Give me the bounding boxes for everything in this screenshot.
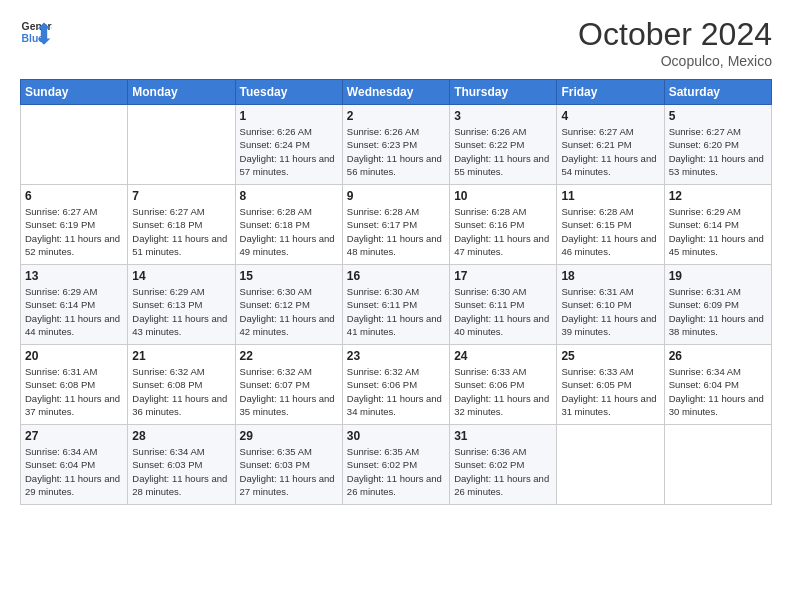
day-number: 17	[454, 269, 552, 283]
weekday-header-row: Sunday Monday Tuesday Wednesday Thursday…	[21, 80, 772, 105]
day-info: Sunrise: 6:27 AM Sunset: 6:19 PM Dayligh…	[25, 205, 123, 258]
header: General Blue October 2024 Ocopulco, Mexi…	[20, 16, 772, 69]
day-number: 21	[132, 349, 230, 363]
day-number: 26	[669, 349, 767, 363]
table-row: 25Sunrise: 6:33 AM Sunset: 6:05 PM Dayli…	[557, 345, 664, 425]
day-number: 6	[25, 189, 123, 203]
day-info: Sunrise: 6:26 AM Sunset: 6:22 PM Dayligh…	[454, 125, 552, 178]
table-row: 2Sunrise: 6:26 AM Sunset: 6:23 PM Daylig…	[342, 105, 449, 185]
page: General Blue October 2024 Ocopulco, Mexi…	[0, 0, 792, 612]
table-row: 27Sunrise: 6:34 AM Sunset: 6:04 PM Dayli…	[21, 425, 128, 505]
table-row: 23Sunrise: 6:32 AM Sunset: 6:06 PM Dayli…	[342, 345, 449, 425]
header-wednesday: Wednesday	[342, 80, 449, 105]
day-number: 18	[561, 269, 659, 283]
table-row: 24Sunrise: 6:33 AM Sunset: 6:06 PM Dayli…	[450, 345, 557, 425]
header-tuesday: Tuesday	[235, 80, 342, 105]
day-number: 8	[240, 189, 338, 203]
day-number: 25	[561, 349, 659, 363]
day-number: 30	[347, 429, 445, 443]
day-info: Sunrise: 6:35 AM Sunset: 6:02 PM Dayligh…	[347, 445, 445, 498]
calendar-week-row: 13Sunrise: 6:29 AM Sunset: 6:14 PM Dayli…	[21, 265, 772, 345]
day-number: 22	[240, 349, 338, 363]
day-info: Sunrise: 6:28 AM Sunset: 6:17 PM Dayligh…	[347, 205, 445, 258]
table-row: 22Sunrise: 6:32 AM Sunset: 6:07 PM Dayli…	[235, 345, 342, 425]
day-number: 2	[347, 109, 445, 123]
day-number: 28	[132, 429, 230, 443]
table-row	[21, 105, 128, 185]
day-number: 14	[132, 269, 230, 283]
day-info: Sunrise: 6:34 AM Sunset: 6:04 PM Dayligh…	[25, 445, 123, 498]
day-info: Sunrise: 6:29 AM Sunset: 6:14 PM Dayligh…	[25, 285, 123, 338]
table-row: 20Sunrise: 6:31 AM Sunset: 6:08 PM Dayli…	[21, 345, 128, 425]
day-number: 7	[132, 189, 230, 203]
table-row: 17Sunrise: 6:30 AM Sunset: 6:11 PM Dayli…	[450, 265, 557, 345]
day-number: 13	[25, 269, 123, 283]
table-row	[128, 105, 235, 185]
calendar-table: Sunday Monday Tuesday Wednesday Thursday…	[20, 79, 772, 505]
table-row: 4Sunrise: 6:27 AM Sunset: 6:21 PM Daylig…	[557, 105, 664, 185]
table-row: 11Sunrise: 6:28 AM Sunset: 6:15 PM Dayli…	[557, 185, 664, 265]
day-number: 4	[561, 109, 659, 123]
calendar-week-row: 27Sunrise: 6:34 AM Sunset: 6:04 PM Dayli…	[21, 425, 772, 505]
day-number: 16	[347, 269, 445, 283]
table-row: 7Sunrise: 6:27 AM Sunset: 6:18 PM Daylig…	[128, 185, 235, 265]
table-row: 13Sunrise: 6:29 AM Sunset: 6:14 PM Dayli…	[21, 265, 128, 345]
month-title: October 2024	[578, 16, 772, 53]
table-row: 31Sunrise: 6:36 AM Sunset: 6:02 PM Dayli…	[450, 425, 557, 505]
day-number: 10	[454, 189, 552, 203]
day-number: 19	[669, 269, 767, 283]
day-number: 3	[454, 109, 552, 123]
day-info: Sunrise: 6:30 AM Sunset: 6:12 PM Dayligh…	[240, 285, 338, 338]
day-info: Sunrise: 6:30 AM Sunset: 6:11 PM Dayligh…	[454, 285, 552, 338]
table-row: 15Sunrise: 6:30 AM Sunset: 6:12 PM Dayli…	[235, 265, 342, 345]
table-row: 9Sunrise: 6:28 AM Sunset: 6:17 PM Daylig…	[342, 185, 449, 265]
day-number: 12	[669, 189, 767, 203]
day-number: 15	[240, 269, 338, 283]
day-info: Sunrise: 6:27 AM Sunset: 6:20 PM Dayligh…	[669, 125, 767, 178]
calendar-week-row: 20Sunrise: 6:31 AM Sunset: 6:08 PM Dayli…	[21, 345, 772, 425]
day-number: 5	[669, 109, 767, 123]
table-row: 16Sunrise: 6:30 AM Sunset: 6:11 PM Dayli…	[342, 265, 449, 345]
location-subtitle: Ocopulco, Mexico	[578, 53, 772, 69]
day-info: Sunrise: 6:31 AM Sunset: 6:10 PM Dayligh…	[561, 285, 659, 338]
table-row	[557, 425, 664, 505]
day-info: Sunrise: 6:31 AM Sunset: 6:08 PM Dayligh…	[25, 365, 123, 418]
header-monday: Monday	[128, 80, 235, 105]
table-row	[664, 425, 771, 505]
logo: General Blue	[20, 16, 52, 48]
header-thursday: Thursday	[450, 80, 557, 105]
day-info: Sunrise: 6:30 AM Sunset: 6:11 PM Dayligh…	[347, 285, 445, 338]
day-info: Sunrise: 6:29 AM Sunset: 6:13 PM Dayligh…	[132, 285, 230, 338]
table-row: 18Sunrise: 6:31 AM Sunset: 6:10 PM Dayli…	[557, 265, 664, 345]
day-number: 11	[561, 189, 659, 203]
calendar-week-row: 1Sunrise: 6:26 AM Sunset: 6:24 PM Daylig…	[21, 105, 772, 185]
table-row: 19Sunrise: 6:31 AM Sunset: 6:09 PM Dayli…	[664, 265, 771, 345]
table-row: 30Sunrise: 6:35 AM Sunset: 6:02 PM Dayli…	[342, 425, 449, 505]
day-info: Sunrise: 6:33 AM Sunset: 6:06 PM Dayligh…	[454, 365, 552, 418]
calendar-week-row: 6Sunrise: 6:27 AM Sunset: 6:19 PM Daylig…	[21, 185, 772, 265]
day-info: Sunrise: 6:34 AM Sunset: 6:03 PM Dayligh…	[132, 445, 230, 498]
header-sunday: Sunday	[21, 80, 128, 105]
logo-icon: General Blue	[20, 16, 52, 48]
table-row: 14Sunrise: 6:29 AM Sunset: 6:13 PM Dayli…	[128, 265, 235, 345]
table-row: 3Sunrise: 6:26 AM Sunset: 6:22 PM Daylig…	[450, 105, 557, 185]
table-row: 1Sunrise: 6:26 AM Sunset: 6:24 PM Daylig…	[235, 105, 342, 185]
day-info: Sunrise: 6:34 AM Sunset: 6:04 PM Dayligh…	[669, 365, 767, 418]
day-info: Sunrise: 6:26 AM Sunset: 6:23 PM Dayligh…	[347, 125, 445, 178]
table-row: 29Sunrise: 6:35 AM Sunset: 6:03 PM Dayli…	[235, 425, 342, 505]
day-number: 24	[454, 349, 552, 363]
day-info: Sunrise: 6:27 AM Sunset: 6:18 PM Dayligh…	[132, 205, 230, 258]
day-info: Sunrise: 6:31 AM Sunset: 6:09 PM Dayligh…	[669, 285, 767, 338]
table-row: 10Sunrise: 6:28 AM Sunset: 6:16 PM Dayli…	[450, 185, 557, 265]
day-number: 29	[240, 429, 338, 443]
title-block: October 2024 Ocopulco, Mexico	[578, 16, 772, 69]
table-row: 12Sunrise: 6:29 AM Sunset: 6:14 PM Dayli…	[664, 185, 771, 265]
day-number: 20	[25, 349, 123, 363]
day-info: Sunrise: 6:35 AM Sunset: 6:03 PM Dayligh…	[240, 445, 338, 498]
header-saturday: Saturday	[664, 80, 771, 105]
table-row: 8Sunrise: 6:28 AM Sunset: 6:18 PM Daylig…	[235, 185, 342, 265]
day-info: Sunrise: 6:28 AM Sunset: 6:18 PM Dayligh…	[240, 205, 338, 258]
day-info: Sunrise: 6:28 AM Sunset: 6:15 PM Dayligh…	[561, 205, 659, 258]
day-info: Sunrise: 6:27 AM Sunset: 6:21 PM Dayligh…	[561, 125, 659, 178]
table-row: 28Sunrise: 6:34 AM Sunset: 6:03 PM Dayli…	[128, 425, 235, 505]
